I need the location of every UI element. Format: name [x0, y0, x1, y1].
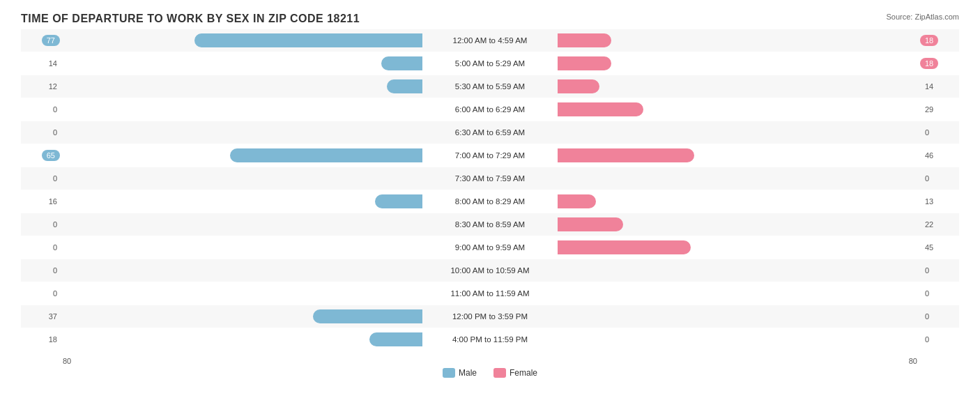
male-value: 18: [21, 335, 63, 344]
male-swatch: [443, 368, 455, 378]
female-label: Female: [510, 368, 537, 378]
bars-center: 4:00 PM to 11:59 PM: [63, 328, 917, 351]
male-value: 0: [21, 220, 63, 229]
bars-center: 8:00 AM to 8:29 AM: [63, 190, 917, 213]
table-row: 09:00 AM to 9:59 AM45: [21, 236, 959, 259]
female-bar: [558, 56, 611, 70]
table-row: 168:00 AM to 8:29 AM13: [21, 190, 959, 213]
bars-center: 10:00 AM to 10:59 AM: [63, 259, 917, 282]
male-value: 0: [21, 174, 63, 183]
male-bar-wrap: [381, 56, 491, 70]
female-bar: [558, 217, 623, 231]
bars-center: 11:00 AM to 11:59 AM: [63, 282, 917, 305]
male-bar: [387, 79, 422, 93]
chart-title: TIME OF DEPARTURE TO WORK BY SEX IN ZIP …: [21, 13, 959, 25]
female-value: 0: [917, 289, 959, 298]
male-value: 0: [21, 289, 63, 298]
female-swatch: [493, 368, 506, 378]
bars-center: 7:00 AM to 7:29 AM: [63, 144, 917, 167]
male-value: 0: [21, 105, 63, 114]
female-value: 0: [917, 266, 959, 275]
female-bar: [558, 148, 694, 162]
male-bar-wrap: [387, 79, 490, 93]
female-value: 18: [917, 36, 959, 45]
female-value: 0: [917, 174, 959, 183]
legend-female: Female: [493, 368, 537, 378]
table-row: 010:00 AM to 10:59 AM0: [21, 259, 959, 282]
male-value: 37: [21, 312, 63, 321]
male-bar: [381, 56, 423, 70]
female-bar: [558, 194, 596, 208]
female-bar-wrap: [490, 194, 596, 208]
male-bar-wrap: [369, 332, 491, 346]
female-value: 14: [917, 82, 959, 91]
bars-center: 9:00 AM to 9:59 AM: [63, 236, 917, 259]
bars-center: 8:30 AM to 8:59 AM: [63, 213, 917, 236]
table-row: 7712:00 AM to 4:59 AM18: [21, 29, 959, 52]
table-row: 06:30 AM to 6:59 AM0: [21, 121, 959, 144]
male-bar-wrap: [375, 194, 490, 208]
legend: Male Female: [21, 368, 959, 378]
male-bar-wrap: [194, 33, 490, 47]
male-value: 14: [21, 59, 63, 68]
male-value: 77: [21, 36, 63, 45]
female-value: 46: [917, 151, 959, 160]
male-value: 16: [21, 197, 63, 206]
table-row: 184:00 PM to 11:59 PM0: [21, 328, 959, 351]
axis-label-left: 80: [63, 357, 71, 365]
female-value: 22: [917, 220, 959, 229]
time-label: 6:30 AM to 6:59 AM: [455, 128, 525, 137]
bars-center: 5:00 AM to 5:29 AM: [63, 52, 917, 75]
male-bar: [230, 148, 422, 162]
male-value: 12: [21, 82, 63, 91]
female-value: 18: [917, 59, 959, 68]
male-value: 0: [21, 128, 63, 137]
bars-center: 5:30 AM to 5:59 AM: [63, 75, 917, 98]
source-text: Source: ZipAtlas.com: [886, 13, 959, 21]
bars-center: 7:30 AM to 7:59 AM: [63, 167, 917, 190]
male-label: Male: [459, 368, 477, 378]
female-bar-wrap: [490, 240, 691, 254]
female-value: 0: [917, 312, 959, 321]
legend-male: Male: [443, 368, 477, 378]
male-bar: [375, 194, 422, 208]
male-value: 0: [21, 266, 63, 275]
female-bar-wrap: [490, 33, 611, 47]
female-bar: [558, 79, 599, 93]
chart-area: 7712:00 AM to 4:59 AM18145:00 AM to 5:29…: [21, 29, 959, 354]
female-bar: [558, 33, 611, 47]
bars-center: 6:30 AM to 6:59 AM: [63, 121, 917, 144]
male-value: 0: [21, 243, 63, 252]
female-bar-wrap: [490, 79, 599, 93]
table-row: 08:30 AM to 8:59 AM22: [21, 213, 959, 236]
time-label: 7:30 AM to 7:59 AM: [455, 174, 525, 183]
female-bar-wrap: [490, 102, 643, 116]
female-bar-wrap: [490, 56, 611, 70]
time-label: 10:00 AM to 10:59 AM: [450, 266, 529, 275]
female-value: 29: [917, 105, 959, 114]
male-bar: [194, 33, 422, 47]
table-row: 125:30 AM to 5:59 AM14: [21, 75, 959, 98]
table-row: 3712:00 PM to 3:59 PM0: [21, 305, 959, 328]
bars-center: 6:00 AM to 6:29 AM: [63, 98, 917, 121]
chart-container: TIME OF DEPARTURE TO WORK BY SEX IN ZIP …: [0, 0, 980, 414]
female-bar: [558, 240, 691, 254]
male-bar-wrap: [313, 309, 490, 323]
table-row: 07:30 AM to 7:59 AM0: [21, 167, 959, 190]
table-row: 657:00 AM to 7:29 AM46: [21, 144, 959, 167]
female-bar: [558, 102, 643, 116]
male-bar: [313, 309, 422, 323]
table-row: 145:00 AM to 5:29 AM18: [21, 52, 959, 75]
axis-label-right: 80: [909, 357, 917, 365]
bars-center: 12:00 PM to 3:59 PM: [63, 305, 917, 328]
female-value: 45: [917, 243, 959, 252]
male-bar: [369, 332, 423, 346]
table-row: 06:00 AM to 6:29 AM29: [21, 98, 959, 121]
time-label: 11:00 AM to 11:59 AM: [450, 289, 529, 298]
bars-center: 12:00 AM to 4:59 AM: [63, 29, 917, 52]
male-bar-wrap: [230, 148, 490, 162]
female-value: 0: [917, 128, 959, 137]
female-bar-wrap: [490, 217, 623, 231]
female-value: 0: [917, 335, 959, 344]
female-value: 13: [917, 197, 959, 206]
